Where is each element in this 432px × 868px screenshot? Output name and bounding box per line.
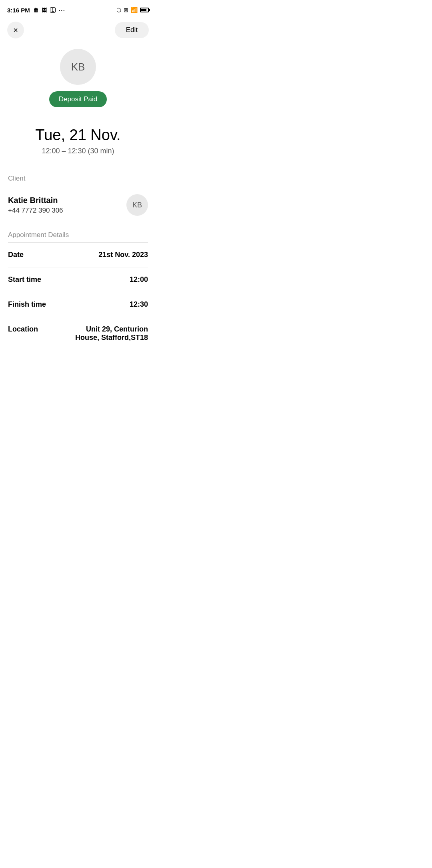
top-nav: × Edit <box>0 18 156 45</box>
details-rows: Date21st Nov. 2023Start time12:00Finish … <box>0 243 156 350</box>
wifi-icon: 📶 <box>131 7 138 13</box>
client-phone: +44 7772 390 306 <box>8 207 63 215</box>
battery-icon <box>140 8 149 12</box>
client-avatar: KB <box>126 194 148 216</box>
appointment-date: Tue, 21 Nov. <box>8 127 148 144</box>
more-icon: ··· <box>59 7 66 13</box>
detail-row: Date21st Nov. 2023 <box>8 243 148 267</box>
edit-button[interactable]: Edit <box>115 22 149 38</box>
detail-value: 21st Nov. 2023 <box>98 251 148 259</box>
detail-label: Finish time <box>8 300 46 309</box>
client-section-header: Client <box>0 167 156 186</box>
edit-label: Edit <box>126 26 138 34</box>
detail-row: Finish time12:30 <box>8 292 148 317</box>
bluetooth-icon: ⬡ <box>116 7 121 13</box>
close-button[interactable]: × <box>7 22 24 38</box>
detail-label: Date <box>8 251 24 259</box>
detail-value: 12:00 <box>130 275 148 284</box>
client-section: Client Katie Brittain +44 7772 390 306 K… <box>0 167 156 224</box>
avatar: KB <box>60 49 96 85</box>
deposit-label: Deposit Paid <box>59 95 97 103</box>
status-bar: 3:16 PM 🗑 🖼 1 ··· ⬡ ⊠ 📶 <box>0 0 156 18</box>
details-section-header: Appointment Details <box>0 224 156 242</box>
x-square-icon: ⊠ <box>124 7 128 13</box>
deposit-badge: Deposit Paid <box>49 91 107 107</box>
time-display: 3:16 PM <box>7 7 30 14</box>
trash-icon: 🗑 <box>33 7 38 13</box>
detail-value: 12:30 <box>130 300 148 309</box>
client-row: Katie Brittain +44 7772 390 306 KB <box>0 186 156 224</box>
status-left: 3:16 PM 🗑 🖼 1 ··· <box>7 7 66 14</box>
detail-row: Start time12:00 <box>8 267 148 292</box>
detail-label: Location <box>8 325 38 334</box>
avatar-section: KB Deposit Paid <box>0 45 156 115</box>
datetime-section: Tue, 21 Nov. 12:00 – 12:30 (30 min) <box>0 115 156 167</box>
client-info: Katie Brittain +44 7772 390 306 <box>8 196 63 215</box>
appointment-details-section: Appointment Details Date21st Nov. 2023St… <box>0 224 156 350</box>
close-icon: × <box>13 26 18 35</box>
client-name: Katie Brittain <box>8 196 63 205</box>
appointment-time-range: 12:00 – 12:30 (30 min) <box>8 147 148 155</box>
detail-row: LocationUnit 29, Centurion House, Staffo… <box>8 317 148 350</box>
status-right: ⬡ ⊠ 📶 <box>116 7 149 13</box>
detail-value: Unit 29, Centurion House, Stafford,ST18 <box>71 325 148 342</box>
notification-badge: 1 <box>50 7 56 13</box>
detail-label: Start time <box>8 275 41 284</box>
avatar-initials: KB <box>71 61 85 73</box>
photo-icon: 🖼 <box>42 7 47 13</box>
client-avatar-initials: KB <box>132 201 142 209</box>
